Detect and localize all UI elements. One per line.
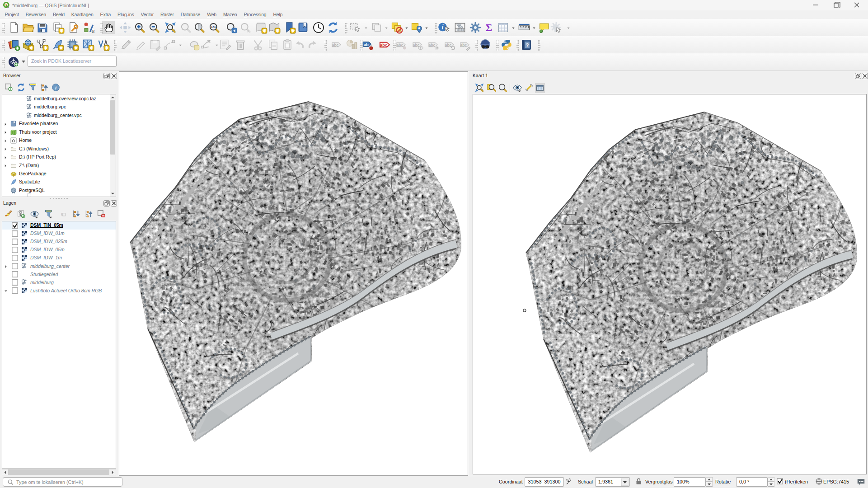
- svg-text:abc: abc: [445, 43, 451, 47]
- svg-text:abc: abc: [413, 43, 419, 47]
- svg-text:abc: abc: [460, 43, 467, 47]
- svg-text:ab: ab: [364, 42, 369, 47]
- svg-text:abc: abc: [396, 43, 403, 47]
- svg-text:?: ?: [525, 42, 529, 48]
- svg-text:abc: abc: [332, 43, 338, 47]
- svg-text:1:1: 1:1: [211, 25, 216, 29]
- svg-text:abc: abc: [428, 43, 435, 47]
- svg-text:Σ: Σ: [486, 22, 493, 33]
- svg-text:a: a: [92, 28, 95, 33]
- svg-text:abc: abc: [380, 43, 387, 47]
